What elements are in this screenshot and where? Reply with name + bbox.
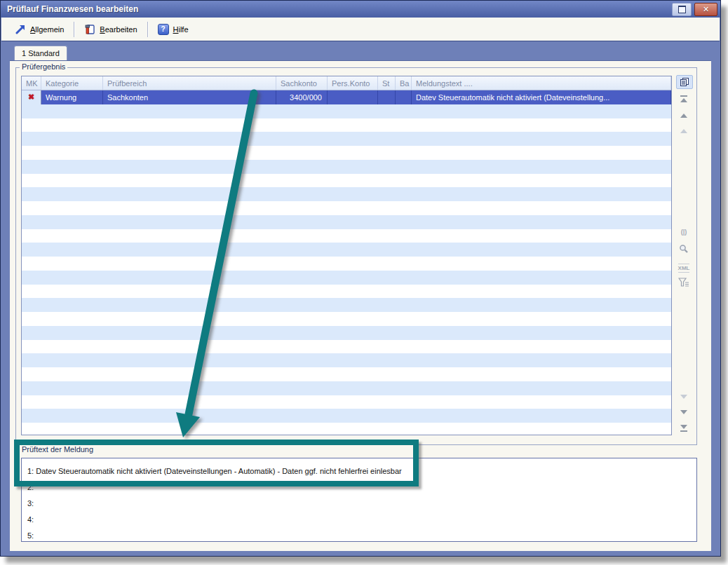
empty-row[interactable] (22, 381, 671, 395)
allgemein-button[interactable]: Allgemein (8, 21, 70, 38)
question-mark: ? (158, 24, 169, 35)
empty-row[interactable] (22, 367, 671, 381)
dialog-window: Prüflauf Finanzwesen bearbeiten ✕ Allgem… (0, 0, 721, 557)
main-panel: Prüfergebnis MKKategoriePrüfbereichSachk… (10, 60, 711, 551)
search-icon[interactable] (676, 243, 692, 255)
message-line-2: 2: (27, 479, 696, 496)
column-header-meldungstext[interactable]: Meldungstext .... (412, 76, 671, 90)
mark-cell: ✖ (22, 90, 41, 104)
empty-row[interactable] (22, 409, 671, 423)
empty-row[interactable] (22, 118, 671, 132)
bearbeiten-button[interactable]: Bearbeiten (78, 21, 143, 38)
empty-row[interactable] (22, 326, 671, 340)
triangle (680, 410, 687, 414)
empty-row[interactable] (22, 423, 671, 435)
error-x-icon: ✖ (28, 93, 34, 102)
result-group-label: Prüfergebnis (20, 62, 67, 71)
scroll-pagedown-icon[interactable] (676, 406, 692, 418)
triangle (680, 114, 687, 118)
grid-body: ✖WarnungSachkonten3400/000Datev Steuerau… (22, 90, 671, 435)
tab-standard[interactable]: 1 Standard (14, 46, 67, 60)
restore-button[interactable] (672, 3, 692, 16)
empty-row[interactable] (22, 174, 671, 188)
window-bottom-border (1, 551, 720, 557)
empty-row[interactable] (22, 229, 671, 243)
cell-7: Datev Steuerautomatik nicht aktiviert (D… (412, 90, 671, 104)
triangle (680, 425, 687, 429)
hammer-icon (84, 24, 95, 35)
empty-row[interactable] (22, 312, 671, 326)
toolbar: AllgemeinBearbeiten?Hilfe (1, 18, 720, 41)
scroll-up-icon[interactable] (676, 125, 692, 137)
cell-3: 3400/000 (276, 90, 328, 104)
cell-5 (378, 90, 396, 104)
toolbar-separator (74, 22, 74, 37)
tab-label: 1 Standard (22, 49, 60, 57)
toolbar-separator (147, 22, 148, 37)
column-header-prfbereich[interactable]: Prüfbereich (103, 76, 276, 90)
screen: Prüflauf Finanzwesen bearbeiten ✕ Allgem… (0, 0, 728, 565)
empty-row[interactable] (22, 201, 671, 215)
arrow-up-right-icon (15, 24, 26, 35)
cell-2: Sachkonten (103, 90, 276, 104)
column-header-perskonto[interactable]: Pers.Konto (328, 76, 378, 90)
empty-row[interactable] (22, 146, 671, 160)
empty-row[interactable] (22, 215, 671, 229)
window-title: Prüflauf Finanzwesen bearbeiten (7, 4, 669, 14)
toolbar-button-label: Allgemein (30, 25, 64, 34)
cell-6 (396, 90, 412, 104)
empty-row[interactable] (22, 353, 671, 367)
message-group-label: Prüftext der Meldung (20, 445, 95, 454)
paren-glyph: (|) (681, 229, 687, 236)
column-header-kategorie[interactable]: Kategorie (41, 76, 103, 90)
result-grid[interactable]: MKKategoriePrüfbereichSachkontoPers.Kont… (21, 76, 672, 435)
empty-row[interactable] (22, 340, 671, 354)
xml-export-icon[interactable]: XML (676, 261, 692, 274)
triangle (680, 395, 687, 399)
toolbar-button-label: Hilfe (173, 25, 189, 34)
message-line-3: 3: (27, 496, 696, 512)
message-text-area[interactable]: 1: Datev Steuerautomatik nicht aktiviert… (21, 458, 697, 542)
empty-row[interactable] (22, 243, 671, 257)
empty-row[interactable] (22, 395, 671, 409)
empty-row[interactable] (22, 271, 671, 285)
toolbar-button-label: Bearbeiten (100, 25, 137, 34)
triangle (680, 98, 687, 102)
filter-icon[interactable] (676, 276, 692, 289)
empty-row[interactable] (22, 285, 671, 299)
message-line-1: 1: Datev Steuerautomatik nicht aktiviert… (27, 463, 696, 479)
column-header-ba[interactable]: Ba (396, 76, 412, 90)
hilfe-button[interactable]: ?Hilfe (151, 21, 195, 38)
cell-1: Warnung (41, 90, 103, 104)
column-header-sachkonto[interactable]: Sachkonto (276, 76, 328, 90)
column-header-st[interactable]: St (378, 76, 396, 90)
empty-row[interactable] (22, 104, 671, 118)
cell-4 (328, 90, 378, 104)
copy-grid-icon[interactable] (676, 75, 693, 89)
grid-side-toolbar: (|)XML (673, 62, 704, 444)
close-button[interactable]: ✕ (694, 3, 717, 16)
result-row-selected[interactable]: ✖WarnungSachkonten3400/000Datev Steuerau… (22, 90, 671, 104)
triangle (680, 129, 687, 133)
titlebar[interactable]: Prüflauf Finanzwesen bearbeiten ✕ (1, 1, 720, 18)
xml-glyph: XML (678, 264, 690, 273)
empty-row[interactable] (22, 132, 671, 146)
scroll-bottom-icon[interactable] (676, 421, 692, 433)
message-line-4: 4: (27, 512, 696, 528)
empty-row[interactable] (22, 298, 671, 312)
close-icon: ✕ (703, 5, 709, 14)
restore-icon (678, 6, 686, 13)
help-icon: ? (158, 24, 169, 35)
scroll-pageup-icon[interactable] (676, 109, 692, 122)
grid-header: MKKategoriePrüfbereichSachkontoPers.Kont… (22, 76, 671, 90)
tab-strip: 1 Standard (1, 41, 720, 60)
empty-row[interactable] (22, 257, 671, 271)
empty-row[interactable] (22, 160, 671, 174)
message-line-5: 5: (27, 528, 696, 544)
column-header-mk[interactable]: MK (22, 76, 41, 90)
empty-row[interactable] (22, 187, 671, 201)
scroll-top-icon[interactable] (676, 94, 692, 107)
scroll-down-icon[interactable] (676, 390, 692, 403)
column-width-icon[interactable]: (|) (676, 226, 692, 238)
